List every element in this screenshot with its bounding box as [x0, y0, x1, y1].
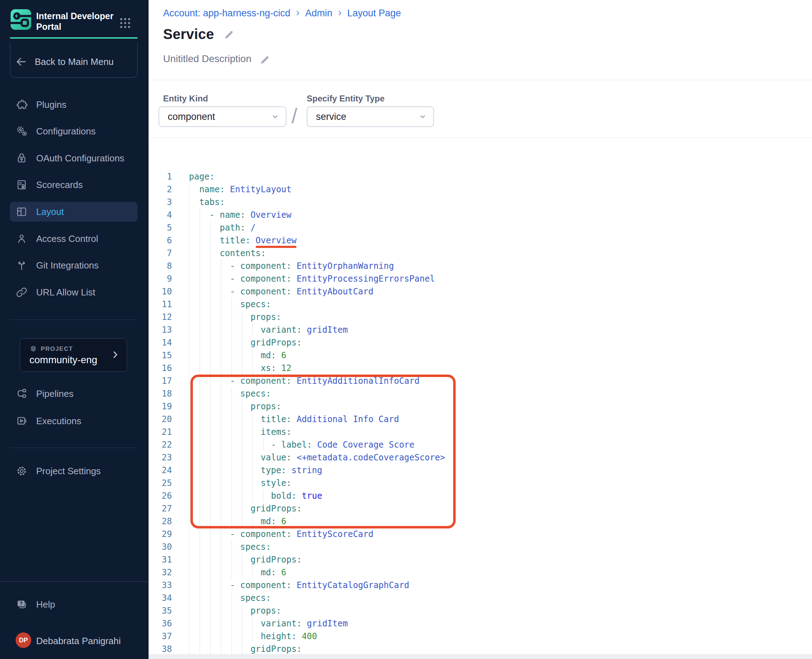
line-number: 27 — [149, 502, 172, 515]
code-line: 8- component: EntityOrphanWarning — [149, 260, 812, 273]
line-number: 21 — [149, 426, 172, 438]
sidebar-item-label: OAuth Configurations — [36, 153, 124, 164]
code-line: 37height: 400 — [149, 630, 812, 643]
code-text: name: EntityLayout — [189, 183, 291, 196]
harness-idp-logo-icon — [11, 9, 31, 30]
sidebar-item-access-control[interactable]: Access Control — [10, 229, 138, 249]
user-name[interactable]: Debabrata Panigrahi — [36, 635, 121, 646]
code-text: - component: EntityProcessingErrorsPanel — [189, 273, 435, 285]
code-line: 11specs: — [149, 298, 812, 311]
entity-type-label: Specify Entity Type — [307, 94, 385, 104]
code-text: props: — [189, 604, 281, 617]
line-number: 2 — [149, 183, 172, 196]
edit-description-pencil-icon[interactable] — [259, 54, 269, 64]
yaml-editor[interactable]: 1page:2name: EntityLayout3tabs:4- name: … — [149, 170, 812, 659]
breadcrumb-separator-icon: › — [296, 6, 300, 19]
sidebar-item-label: Layout — [36, 207, 64, 218]
code-line: 9- component: EntityProcessingErrorsPane… — [149, 273, 812, 285]
page-description: Unititled Description — [163, 53, 252, 65]
sidebar-item-git-integrations[interactable]: Git Integrations — [10, 255, 138, 275]
line-number: 9 — [149, 273, 172, 285]
error-underline — [256, 246, 297, 248]
app-title: Internal Developer Portal — [36, 11, 113, 32]
sidebar-item-url-allow-list[interactable]: URL Allow List — [10, 282, 138, 302]
sidebar-item-project-settings[interactable]: Project Settings — [10, 461, 138, 481]
entity-kind-label: Entity Kind — [163, 94, 208, 104]
person-icon — [16, 233, 28, 245]
code-line: 15md: 6 — [149, 349, 812, 362]
line-number: 33 — [149, 579, 172, 591]
entity-type-select[interactable]: service — [307, 106, 434, 127]
link-icon — [16, 286, 28, 298]
code-line: 34specs: — [149, 591, 812, 604]
code-line: 6title: Overview — [149, 234, 812, 247]
svg-text:?: ? — [19, 601, 23, 606]
sidebar-item-executions[interactable]: Executions — [10, 411, 138, 431]
line-number: 38 — [149, 643, 172, 656]
layout-icon — [16, 206, 28, 218]
code-text: height: 400 — [189, 630, 317, 643]
line-number: 10 — [149, 285, 172, 298]
code-line: 10- component: EntityAboutCard — [149, 285, 812, 298]
code-text: md: 6 — [189, 349, 286, 362]
user-avatar[interactable]: DP — [16, 632, 31, 648]
play-icon — [16, 415, 28, 427]
code-line: 1page: — [149, 170, 812, 183]
line-number: 5 — [149, 221, 172, 234]
sidebar-item-label: Scorecards — [36, 180, 83, 191]
code-line: 31gridProps: — [149, 553, 812, 566]
project-selector[interactable]: PROJECT community-eng — [20, 338, 127, 372]
code-line: 5path: / — [149, 221, 812, 234]
entity-kind-value: component — [168, 111, 215, 122]
sidebar-item-configurations[interactable]: Configurations — [10, 121, 138, 141]
line-number: 36 — [149, 617, 172, 630]
code-text: tabs: — [189, 196, 225, 208]
line-number: 7 — [149, 247, 172, 260]
line-number: 14 — [149, 336, 172, 349]
sidebar-item-label: Git Integrations — [36, 260, 99, 271]
sidebar-divider — [10, 448, 138, 448]
app-switcher-grid-icon[interactable] — [118, 16, 132, 30]
code-text: - component: EntityScoreCard — [189, 528, 373, 541]
sidebar-item-oauth-configurations[interactable]: OAuth Configurations — [10, 148, 138, 168]
layers-icon — [30, 345, 37, 353]
sidebar-item-label: Configurations — [36, 126, 96, 137]
line-number: 11 — [149, 298, 172, 311]
code-line: 29- component: EntityScoreCard — [149, 528, 812, 541]
code-text: gridProps: — [189, 336, 302, 349]
breadcrumb-item[interactable]: Admin — [305, 8, 333, 19]
sidebar-item-scorecards[interactable]: Scorecards — [10, 175, 138, 195]
code-line: 36variant: gridItem — [149, 617, 812, 630]
code-text: xs: 12 — [189, 362, 291, 375]
horizontal-scrollbar[interactable] — [149, 654, 812, 659]
back-to-main-menu-button[interactable]: Back to Main Menu — [10, 52, 138, 72]
page-title: Service — [163, 26, 214, 42]
sidebar-item-help[interactable]: ? Help — [10, 594, 138, 614]
entity-kind-select[interactable]: component — [159, 106, 286, 127]
code-text: variant: gridItem — [189, 617, 348, 630]
code-text: title: Overview — [189, 234, 296, 247]
kind-type-separator: / — [291, 104, 297, 128]
breadcrumb: Account: app-harness-ng-cicd›Admin›Layou… — [163, 7, 401, 19]
line-number: 25 — [149, 477, 172, 489]
line-number: 20 — [149, 413, 172, 426]
line-number: 32 — [149, 566, 172, 579]
edit-title-pencil-icon[interactable] — [223, 29, 235, 40]
code-text: gridProps: — [189, 643, 302, 656]
line-number: 16 — [149, 362, 172, 375]
line-number: 22 — [149, 438, 172, 451]
sidebar-item-plugins[interactable]: Plugins — [10, 95, 138, 115]
line-number: 31 — [149, 553, 172, 566]
code-text: - name: Overview — [189, 208, 291, 221]
sidebar-item-layout[interactable]: Layout — [10, 202, 138, 222]
line-number: 12 — [149, 311, 172, 323]
sidebar-item-pipelines[interactable]: Pipelines — [10, 384, 138, 404]
line-number: 4 — [149, 208, 172, 221]
entity-type-value: service — [316, 111, 346, 122]
code-text: gridProps: — [189, 553, 302, 566]
back-to-main-menu-label: Back to Main Menu — [35, 57, 114, 68]
breadcrumb-item[interactable]: Account: app-harness-ng-cicd — [163, 8, 290, 19]
code-line: 12props: — [149, 311, 812, 323]
sidebar-item-label: Access Control — [36, 233, 98, 244]
code-text: contents: — [189, 247, 266, 260]
